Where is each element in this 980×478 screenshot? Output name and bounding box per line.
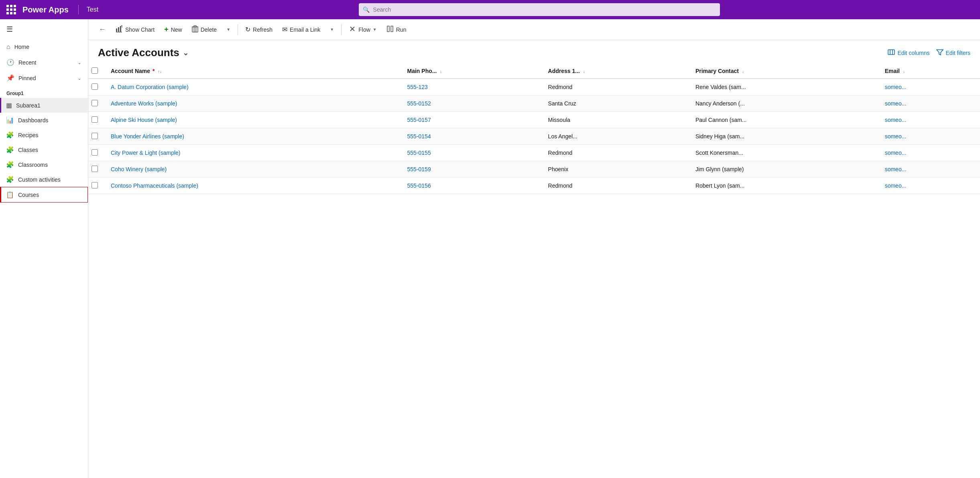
row-checkbox-cell[interactable]: [88, 112, 104, 128]
email-link-2[interactable]: someo...: [885, 117, 907, 123]
classes-label: Classes: [18, 147, 38, 153]
main-phone-link-2[interactable]: 555-0157: [407, 117, 431, 123]
run-button[interactable]: Run: [382, 23, 411, 36]
sidebar-item-classrooms[interactable]: 🧩 Classrooms: [0, 157, 88, 172]
email-link-0[interactable]: someo...: [885, 84, 907, 90]
row-checkbox-3[interactable]: [91, 133, 98, 139]
sidebar-item-pinned[interactable]: 📌 Pinned ⌄: [0, 70, 88, 86]
edit-columns-button[interactable]: Edit columns: [888, 49, 929, 57]
col-email-sort[interactable]: ↓: [903, 69, 905, 74]
row-checkbox-2[interactable]: [91, 116, 98, 123]
account-name-link-0[interactable]: A. Datum Corporation (sample): [111, 84, 189, 90]
checkbox-header[interactable]: [88, 64, 104, 79]
email-link-dropdown-button[interactable]: ▼: [326, 25, 338, 34]
account-name-link-4[interactable]: City Power & Light (sample): [111, 150, 181, 156]
email-link-3[interactable]: someo...: [885, 133, 907, 140]
col-address[interactable]: Address 1... ↓: [542, 64, 689, 79]
back-button[interactable]: ←: [95, 23, 110, 36]
sidebar-item-recipes[interactable]: 🧩 Recipes: [0, 128, 88, 142]
refresh-button[interactable]: ↻ Refresh: [241, 23, 277, 36]
row-checkbox-cell[interactable]: [88, 95, 104, 112]
row-checkbox-4[interactable]: [91, 149, 98, 156]
col-main-phone[interactable]: Main Pho... ↓: [401, 64, 542, 79]
row-primary-contact-4: Scott Konersman...: [689, 145, 878, 161]
delete-button[interactable]: Delete: [188, 23, 221, 36]
row-checkbox-cell[interactable]: [88, 178, 104, 194]
row-checkbox-5[interactable]: [91, 166, 98, 172]
account-name-link-5[interactable]: Coho Winery (sample): [111, 166, 167, 172]
col-primary-contact[interactable]: Primary Contact ↓: [689, 64, 878, 79]
table-header-row: Account Name * ↑↓ Main Pho... ↓ Address …: [88, 64, 980, 79]
row-main-phone-4: 555-0155: [401, 145, 542, 161]
account-name-link-3[interactable]: Blue Yonder Airlines (sample): [111, 133, 184, 140]
app-name: Test: [87, 6, 98, 13]
row-main-phone-1: 555-0152: [401, 95, 542, 112]
sidebar-item-subarea1[interactable]: ▦ Subarea1: [0, 98, 88, 113]
col-primary-contact-sort[interactable]: ↓: [742, 69, 744, 74]
new-button[interactable]: + New: [160, 23, 186, 36]
row-email-3: someo...: [878, 128, 980, 145]
dashboards-label: Dashboards: [18, 117, 49, 124]
col-email[interactable]: Email ↓: [878, 64, 980, 79]
hamburger-button[interactable]: ☰: [0, 19, 88, 39]
main-phone-link-0[interactable]: 555-123: [407, 84, 428, 90]
account-name-link-2[interactable]: Alpine Ski House (sample): [111, 117, 177, 123]
email-link-button[interactable]: ✉ Email a Link: [278, 23, 324, 36]
data-table: Account Name * ↑↓ Main Pho... ↓ Address …: [88, 64, 980, 478]
row-checkbox-cell[interactable]: [88, 161, 104, 178]
row-main-phone-3: 555-0154: [401, 128, 542, 145]
row-checkbox-cell[interactable]: [88, 128, 104, 145]
row-checkbox-cell[interactable]: [88, 145, 104, 161]
row-address-5: Phoenix: [542, 161, 689, 178]
classrooms-label: Classrooms: [18, 162, 48, 168]
email-link-label: Email a Link: [290, 26, 320, 33]
show-chart-button[interactable]: Show Chart: [112, 23, 159, 36]
main-phone-link-4[interactable]: 555-0155: [407, 150, 431, 156]
account-name-link-6[interactable]: Contoso Pharmaceuticals (sample): [111, 182, 198, 189]
col-account-name-sort[interactable]: ↑↓: [158, 69, 162, 74]
sidebar-item-dashboards[interactable]: 📊 Dashboards: [0, 113, 88, 128]
sidebar-item-classes[interactable]: 🧩 Classes: [0, 142, 88, 157]
sidebar-item-home[interactable]: ⌂ Home: [0, 39, 88, 55]
row-checkbox-1[interactable]: [91, 100, 98, 106]
refresh-icon: ↻: [245, 26, 250, 33]
row-checkbox-6[interactable]: [91, 182, 98, 188]
sidebar-item-courses[interactable]: 📋 Courses: [0, 187, 88, 203]
main-phone-link-1[interactable]: 555-0152: [407, 100, 431, 107]
email-link-6[interactable]: someo...: [885, 182, 907, 189]
delete-dropdown-button[interactable]: ▼: [222, 25, 234, 34]
top-bar: Power Apps Test 🔍: [0, 0, 980, 19]
main-phone-link-5[interactable]: 555-0159: [407, 166, 431, 172]
row-primary-contact-1: Nancy Anderson (...: [689, 95, 878, 112]
edit-filters-button[interactable]: Edit filters: [936, 49, 970, 57]
sidebar-item-recent[interactable]: 🕐 Recent ⌄: [0, 55, 88, 70]
col-account-name[interactable]: Account Name * ↑↓: [104, 64, 401, 79]
row-checkbox-cell[interactable]: [88, 79, 104, 95]
waffle-icon[interactable]: [5, 3, 18, 16]
edit-columns-label: Edit columns: [897, 50, 929, 56]
pinned-chevron: ⌄: [77, 75, 81, 81]
sidebar-item-custom-activities[interactable]: 🧩 Custom activities: [0, 172, 88, 187]
col-main-phone-sort[interactable]: ↓: [440, 69, 442, 74]
select-all-checkbox[interactable]: [91, 67, 98, 74]
row-email-6: someo...: [878, 178, 980, 194]
row-checkbox-0[interactable]: [91, 83, 98, 90]
main-phone-link-6[interactable]: 555-0156: [407, 182, 431, 189]
delete-icon: [192, 25, 198, 34]
col-address-label: Address 1...: [548, 68, 580, 74]
recent-icon: 🕐: [6, 59, 14, 66]
list-title[interactable]: Active Accounts ⌄: [98, 47, 189, 59]
email-link-1[interactable]: someo...: [885, 100, 907, 107]
main-phone-link-3[interactable]: 555-0154: [407, 133, 431, 140]
row-address-4: Redmond: [542, 145, 689, 161]
row-address-6: Redmond: [542, 178, 689, 194]
list-title-chevron: ⌄: [183, 49, 189, 57]
account-name-link-1[interactable]: Adventure Works (sample): [111, 100, 177, 107]
col-main-phone-label: Main Pho...: [407, 68, 437, 74]
flow-button[interactable]: Flow ▼: [345, 23, 380, 36]
row-account-name-6: Contoso Pharmaceuticals (sample): [104, 178, 401, 194]
search-input[interactable]: [359, 3, 720, 16]
email-link-5[interactable]: someo...: [885, 166, 907, 172]
email-link-4[interactable]: someo...: [885, 150, 907, 156]
col-address-sort[interactable]: ↓: [583, 69, 585, 74]
